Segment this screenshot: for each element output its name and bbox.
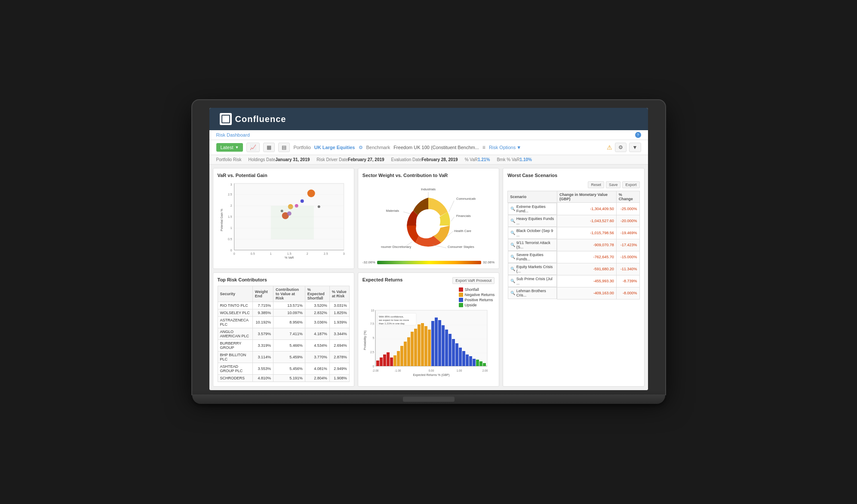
portfolio-risk-label: Portfolio Risk (216, 157, 242, 162)
tr-cell-var: 2.878% (329, 351, 349, 363)
wc-cell-scenario: 🔍 Sub Prime Crisis (Jul ... (508, 275, 557, 287)
table-row[interactable]: BURBERRY GROUP 3.319% 5.466% 4.534% 2.69… (218, 340, 349, 351)
wc-cell-monetary: -762,645.70 (557, 251, 617, 263)
tr-cell-shortfall: 3.770% (305, 351, 329, 363)
more-button[interactable]: ▼ (629, 143, 641, 152)
svg-rect-74 (404, 342, 407, 366)
tr-cell-shortfall: 4.081% (305, 363, 329, 375)
wc-cell-pct: -8.739% (616, 275, 639, 287)
settings-button[interactable]: ⚙ (615, 143, 627, 152)
search-icon-small: 🔍 (510, 279, 515, 283)
search-icon-small: 🔍 (510, 243, 515, 247)
table-row[interactable]: 🔍 Sub Prime Crisis (Jul ... -455,993.30 … (508, 275, 639, 287)
svg-rect-91 (462, 351, 465, 366)
benchmark-value: Freedom UK 100 (Constituent Benchm... (393, 145, 479, 150)
table-row[interactable]: 🔍 Black October (Sep 9 ... -1,015,798.56… (508, 227, 639, 239)
table-row[interactable]: SCHRODERS 4.810% 5.191% 2.804% 1.908% (218, 375, 349, 382)
svg-line-45 (433, 245, 446, 248)
tr-col-shortfall: % Expected Shortfall (305, 286, 329, 302)
svg-rect-90 (459, 348, 462, 366)
svg-text:Communication Services: Communication Services (456, 197, 476, 201)
tr-cell-shortfall: 4.534% (305, 340, 329, 351)
alert-icon[interactable]: ⚠ (607, 144, 612, 151)
tr-col-contribution: Contribution to Value at Risk (273, 286, 305, 302)
risk-driver-label: Risk Driver Date (316, 157, 348, 162)
svg-text:than 1.21% in one day.: than 1.21% in one day. (379, 322, 405, 325)
wc-cell-monetary: -455,993.30 (557, 275, 617, 287)
svg-text:1: 1 (270, 252, 271, 255)
wc-cell-pct: -8.000% (616, 287, 639, 299)
table-row[interactable]: RIO TINTO PLC 7.715% 13.571% 3.520% 3.03… (218, 302, 349, 309)
svg-text:0.00: 0.00 (429, 369, 434, 372)
evaluation-date-label: Evaluation Date (391, 157, 422, 162)
table-chart-button[interactable]: ▤ (278, 143, 290, 152)
breadcrumb-label[interactable]: Risk Dashboard (216, 132, 250, 137)
table-row[interactable]: ASHTEAD GROUP PLC 3.553% 5.456% 4.081% 2… (218, 363, 349, 375)
svg-text:Financials: Financials (456, 214, 471, 218)
risk-options-button[interactable]: Risk Options ▼ (489, 145, 521, 150)
tr-cell-weight: 3.553% (252, 363, 273, 375)
svg-rect-69 (387, 352, 390, 366)
svg-text:Expected Returns % (GBP): Expected Returns % (GBP) (413, 373, 449, 377)
donut-chart-container: Industrials Communication Services Finan… (362, 181, 495, 259)
tr-cell-var: 1.825% (329, 309, 349, 317)
table-row[interactable]: 🔍 Equity Markets Crisis (... -591,680.20… (508, 263, 639, 275)
svg-line-43 (451, 217, 454, 221)
reset-button[interactable]: Reset (588, 181, 604, 188)
save-button[interactable]: Save (606, 181, 621, 188)
portfolio-settings-icon[interactable]: ⚙ (359, 145, 363, 150)
svg-text:1: 1 (230, 226, 232, 229)
wc-cell-monetary: -909,070.78 (557, 239, 617, 251)
tr-cell-security: ANGLO AMERICAN PLC (218, 328, 252, 340)
table-row[interactable]: ASTRAZENECA PLC 10.192% 8.956% 3.036% 1.… (218, 317, 349, 328)
tr-cell-weight: 10.192% (252, 317, 273, 328)
table-row[interactable]: ANGLO AMERICAN PLC 3.579% 7.411% 4.187% … (218, 328, 349, 340)
wc-cell-scenario: 🔍 Lehman Brothers Cris... (508, 287, 557, 299)
svg-text:3: 3 (343, 252, 344, 255)
table-row[interactable]: 🔍 Extreme Equities Fund... -1,304,409.50… (508, 203, 639, 215)
export-var-button[interactable]: Export VaR Proveout (452, 277, 495, 284)
latest-button[interactable]: Latest ▼ (216, 143, 243, 152)
search-icon-small: 🔍 (510, 219, 515, 223)
portfolio-label: Portfolio (293, 145, 310, 150)
wc-col-pct: % Change (616, 191, 639, 203)
svg-rect-88 (452, 339, 455, 366)
export-button[interactable]: Export (622, 181, 639, 188)
scale-min-label: -32.06% (362, 260, 375, 264)
table-row[interactable]: BHP BILLITON PLC 3.114% 5.459% 3.770% 2.… (218, 351, 349, 363)
svg-text:Materials: Materials (386, 209, 399, 213)
tr-cell-contribution: 7.411% (273, 328, 305, 340)
svg-text:2.5: 2.5 (227, 193, 232, 196)
breadcrumb-bar: Risk Dashboard ? (209, 130, 648, 140)
laptop-base (192, 394, 665, 404)
table-row[interactable]: 🔍 9/11 Terrorist Attack (S... -909,070.7… (508, 239, 639, 251)
tr-cell-var: 1.939% (329, 317, 349, 328)
worst-case-header: Reset Save Export (507, 181, 639, 188)
table-row[interactable]: 🔍 Lehman Brothers Cris... -409,163.00 -8… (508, 287, 639, 299)
portfolio-value[interactable]: UK Large Equities (314, 145, 355, 150)
svg-text:0.5: 0.5 (250, 252, 255, 255)
worst-case-panel: Worst Case Scenarios Reset Save Export S… (503, 168, 644, 387)
tr-col-security: Security (218, 286, 252, 302)
bar-chart-button[interactable]: ▦ (263, 143, 275, 152)
line-chart-button[interactable]: 📈 (246, 143, 260, 152)
svg-rect-70 (390, 357, 393, 366)
table-row[interactable]: 🔍 Severe Equities Funds... -762,645.70 -… (508, 251, 639, 263)
tr-cell-var: 1.908% (329, 375, 349, 382)
table-row[interactable]: WOLSELEY PLC 9.385% 10.097% 2.832% 1.825… (218, 309, 349, 317)
risk-driver-value: February 27, 2019 (348, 157, 384, 162)
svg-rect-67 (380, 357, 383, 366)
svg-rect-84 (438, 320, 441, 366)
tr-cell-var: 2.949% (329, 363, 349, 375)
svg-rect-92 (466, 354, 469, 366)
svg-rect-75 (407, 337, 410, 366)
risk-options-label: Risk Options (489, 145, 516, 150)
svg-point-29 (307, 189, 315, 197)
histogram-svg: 0 2.5 5 7.5 10 -2.00 -1.00 (362, 308, 491, 377)
svg-text:1.5: 1.5 (227, 215, 232, 218)
table-row[interactable]: 🔍 Heavy Equities Funds ... -1,043,527.60… (508, 215, 639, 227)
filter-icon[interactable]: ≡ (482, 144, 485, 150)
tr-cell-weight: 7.715% (252, 302, 273, 309)
tr-cell-security: RIO TINTO PLC (218, 302, 252, 309)
help-icon[interactable]: ? (635, 132, 641, 138)
